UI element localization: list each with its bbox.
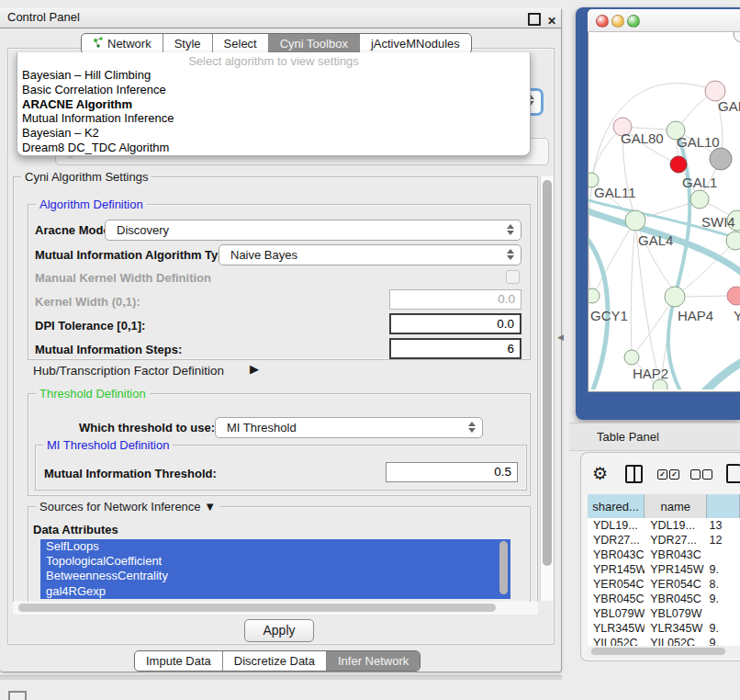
algo-item-dream8-dc-tdc-algorithm[interactable]: Dream8 DC_TDC Algorithm [17,141,530,155]
network-node[interactable] [670,156,687,173]
algo-item-aracne-algorithm[interactable]: ARACNE Algorithm [17,97,530,112]
hub-expand-arrow-icon[interactable]: ▶ [250,362,259,376]
table-row[interactable]: YIL052CYIL052C9. [588,636,740,646]
tab-network[interactable]: Network [82,34,163,53]
threshold-definition-title: Threshold Definition [36,387,150,401]
dpi-tolerance-field[interactable]: 0.0 [389,313,521,334]
mi-steps-field[interactable]: 6 [389,338,521,359]
table-rows: YDL19...YDL19...13YDR27...YDR27...12YBR0… [588,518,740,646]
tab-impute-data[interactable]: Impute Data [135,651,222,671]
aracne-mode-combo[interactable]: Discovery [105,220,521,241]
tab-select[interactable]: Select [212,34,268,53]
table-cell: YIL052C [645,636,707,646]
deselect-all-icon[interactable] [690,469,714,486]
algo-item-basic-correlation-inference[interactable]: Basic Correlation Inference [17,83,530,97]
table-panel-title: Table Panel [569,430,659,444]
table-cell: YIL052C [588,636,645,646]
restore-panel-icon[interactable] [8,691,27,700]
network-node[interactable] [734,32,740,42]
network-node[interactable] [589,288,600,303]
settings-horizontal-scrollbar[interactable] [13,602,538,615]
table-cell: YBR045C [645,592,707,606]
network-node[interactable] [690,190,709,209]
sources-group-title: Sources for Network Inference ▼ [36,500,219,514]
table-horizontal-scrollbar[interactable] [588,646,740,658]
dpi-tolerance-label: DPI Tolerance [0,1]: [35,319,145,333]
cyni-bottom-tabbar: Impute DataDiscretize DataInfer Network [134,650,420,672]
mi-threshold-field[interactable]: 0.5 [386,462,518,482]
function-page-icon[interactable] [726,464,740,483]
tab-discretize-data[interactable]: Discretize Data [222,651,326,671]
which-threshold-label: Which threshold to use: [79,421,215,435]
columns-icon[interactable] [625,465,643,483]
algorithm-popup-list: Bayesian – Hill ClimbingBasic Correlatio… [17,68,530,155]
network-node[interactable] [625,210,645,231]
network-node[interactable] [727,287,740,305]
algo-item-mutual-information-inference[interactable]: Mutual Information Inference [17,111,530,126]
apply-button[interactable]: Apply [244,619,314,642]
tab-infer-network[interactable]: Infer Network [326,651,420,671]
collapse-arrow-icon[interactable]: ▼ [204,500,216,514]
mi-type-combo[interactable]: Naive Bayes [219,244,521,265]
node-label-gal10: GAL10 [677,134,720,150]
algo-item-bayesian-k2[interactable]: Bayesian – K2 [17,126,530,141]
tab-cyni-toolbox[interactable]: Cyni Toolbox [268,34,359,53]
table-cell [708,606,740,621]
table-cell: YBL079W [588,606,645,621]
close-panel-icon[interactable]: ✕ [547,11,556,31]
column-header-2[interactable] [707,494,740,518]
column-header-shared-[interactable]: shared... [588,494,645,518]
algo-item-bayesian-hill-climbing[interactable]: Bayesian – Hill Climbing [17,68,530,83]
table-cell: YBR045C [588,592,645,606]
node-label-gal4: GAL4 [638,232,673,248]
attribute-topologicalcoefficient[interactable]: TopologicalCoefficient [40,554,510,569]
network-node[interactable] [624,350,639,365]
table-cell: YBR043C [645,548,707,562]
column-header-name[interactable]: name [645,494,707,518]
network-edge [686,296,727,297]
table-cell: 9. [708,562,740,577]
data-attributes-list[interactable]: SelfLoopsTopologicalCoefficientBetweenne… [40,539,510,599]
attribute-betweennesscentrality[interactable]: BetweennessCentrality [40,569,510,583]
node-label-hap4: HAP4 [678,308,713,323]
table-cell: 9. [708,636,740,646]
table-header-row: shared...name [588,494,740,518]
network-canvas[interactable]: GAL2GAL80GAL10GAL11GAL1SWI4GAL4GCY1HAP4Y… [589,32,740,390]
mac-minimize-icon[interactable] [611,15,624,28]
table-row[interactable]: YLR345WYLR345W9. [588,621,740,636]
network-node[interactable] [665,287,685,307]
cyni-settings-title: Cyni Algorithm Settings [21,170,151,184]
table-row[interactable]: YBL079WYBL079W [588,606,740,621]
table-row[interactable]: YBR045CYBR045C9. [588,592,740,606]
select-all-icon[interactable]: ✓✓ [657,469,681,486]
table-cell: YBR043C [588,548,645,562]
network-window-titlebar[interactable] [588,9,740,32]
mac-close-icon[interactable] [596,15,609,28]
table-row[interactable]: YBR043CYBR043C [588,548,740,562]
node-label-y: Y [734,308,740,323]
which-threshold-combo[interactable]: MI Threshold [215,417,483,438]
float-panel-icon[interactable] [528,13,541,26]
table-row[interactable]: YDR27...YDR27...12 [588,533,740,548]
attribute-selfloops[interactable]: SelfLoops [40,539,510,554]
mac-zoom-icon[interactable] [627,15,640,28]
settings-vertical-scrollbar[interactable] [540,176,554,601]
network-edge-thick [703,360,740,390]
tab-jactivemnodules[interactable]: jActiveMNodules [359,34,471,53]
node-label-gal2: GAL2 [718,98,740,114]
attr-list-scrollbar[interactable] [499,541,508,594]
table-cell: YBL079W [645,606,707,621]
table-cell: YLR345W [588,621,645,636]
attribute-gal4rgexp[interactable]: gal4RGexp [40,584,510,599]
tab-style[interactable]: Style [163,34,212,53]
gear-icon[interactable]: ⚙ [592,463,608,484]
kernel-width-label: Kernel Width (0,1): [35,295,140,309]
splitter-collapse-icon[interactable]: ◀ [557,333,564,342]
table-row[interactable]: YER054CYER054C8. [588,577,740,592]
algorithm-popup: Select algorithm to view settings Bayesi… [17,52,531,156]
network-node[interactable] [710,148,732,170]
table-row[interactable]: YDL19...YDL19...13 [588,518,740,533]
hub-definition-label[interactable]: Hub/Transcription Factor Definition [33,364,224,378]
network-node[interactable] [726,231,740,250]
table-row[interactable]: YPR145WYPR145W9. [588,562,740,577]
